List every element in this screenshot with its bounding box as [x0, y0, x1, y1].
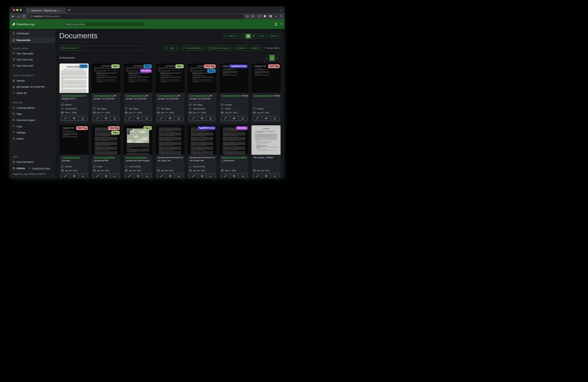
svg-text:for days in BWCA: for days in BWCA: [127, 130, 130, 130]
svg-text:Legend: Legend: [127, 131, 129, 131]
svg-text:Day 5: Day 5: [128, 133, 129, 134]
svg-text:Google Earth: Google Earth: [127, 142, 131, 143]
svg-text:Day 1: Day 1: [128, 132, 129, 132]
svg-text:Day 2: Day 2: [128, 132, 129, 132]
svg-text:Day 4: Day 4: [128, 133, 129, 133]
svg-text:Boundary Waters Trip: Boundary Waters Trip: [127, 129, 133, 130]
svg-text:Day 3: Day 3: [128, 133, 129, 133]
